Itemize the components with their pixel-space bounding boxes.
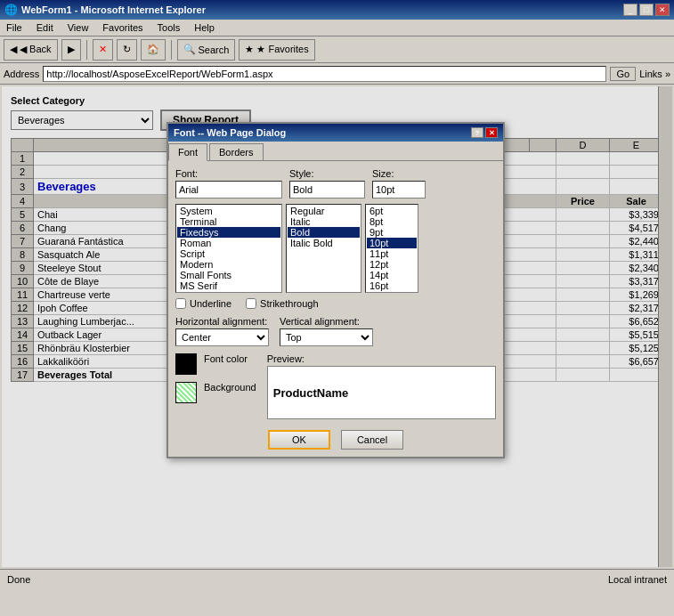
menu-bar: File Edit View Favorites Tools Help — [0, 20, 674, 36]
style-listbox[interactable]: Regular Italic Bold Italic Bold — [286, 204, 361, 293]
search-button[interactable]: 🔍 Search — [177, 39, 236, 61]
v-align-group: Vertical alignment: Top Middle Bottom — [280, 316, 373, 346]
home-button[interactable]: 🏠 — [141, 39, 166, 61]
font-dialog: Font -- Web Page Dialog ? ✕ Font Borders… — [166, 122, 505, 458]
color-column: Font color Background — [175, 353, 256, 426]
size-listbox[interactable]: 6pt 8pt 9pt 10pt 11pt 12pt 14pt 16pt 18p… — [365, 204, 418, 293]
tab-borders[interactable]: Borders — [209, 143, 264, 160]
status-bar: Done Local intranet — [0, 569, 674, 588]
menu-tools[interactable]: Tools — [155, 21, 183, 34]
title-bar-left: 🌐 WebForm1 - Microsoft Internet Explorer — [4, 4, 206, 16]
list-item[interactable]: Bold — [288, 227, 360, 238]
minimize-button[interactable]: _ — [623, 4, 637, 16]
home-icon: 🏠 — [147, 44, 159, 55]
size-input[interactable] — [372, 181, 426, 199]
dialog-title-controls: ? ✕ — [471, 127, 498, 138]
strikethrough-checkbox-label[interactable]: Strikethrough — [246, 298, 318, 309]
v-align-label: Vertical alignment: — [280, 316, 373, 327]
list-item[interactable]: 11pt — [367, 248, 417, 259]
font-input[interactable] — [175, 181, 282, 199]
font-color-swatch[interactable] — [175, 353, 197, 375]
list-item[interactable]: Modern — [177, 259, 280, 270]
window-title: WebForm1 - Microsoft Internet Explorer — [21, 4, 206, 15]
size-field-group: Size: — [372, 168, 426, 199]
tab-font[interactable]: Font — [168, 143, 207, 161]
strikethrough-checkbox[interactable] — [246, 298, 256, 309]
favorites-button[interactable]: ★ ★ Favorites — [239, 39, 314, 61]
list-item[interactable]: 10pt — [367, 238, 417, 248]
list-item[interactable]: 18pt — [367, 291, 417, 293]
dialog-close-button[interactable]: ✕ — [485, 127, 498, 138]
font-color-row: Font color — [175, 353, 256, 375]
strikethrough-label: Strikethrough — [260, 298, 318, 309]
dialog-title-text: Font -- Web Page Dialog — [174, 127, 286, 138]
preview-text: ProductName — [273, 386, 349, 400]
search-icon: 🔍 — [183, 44, 196, 55]
menu-edit[interactable]: Edit — [34, 21, 56, 34]
back-button[interactable]: ◀ ◀ Back — [4, 39, 58, 61]
underline-checkbox-label[interactable]: Underline — [175, 298, 231, 309]
list-item[interactable]: Terminal — [177, 216, 280, 227]
list-item[interactable]: WST_Czec — [177, 291, 280, 293]
preview-label: Preview: — [267, 353, 496, 364]
h-align-select[interactable]: Center Left Right — [175, 328, 269, 346]
menu-help[interactable]: Help — [191, 21, 217, 34]
checkbox-row: Underline Strikethrough — [175, 298, 496, 309]
toolbar-sep-1 — [86, 40, 87, 60]
h-align-label: Horizontal alignment: — [175, 316, 269, 327]
dialog-tabs: Font Borders — [168, 142, 503, 161]
menu-view[interactable]: View — [65, 21, 92, 34]
font-input-row: Font: Style: Size: — [175, 168, 496, 199]
preview-column: Preview: ProductName — [267, 353, 496, 426]
list-item[interactable]: 6pt — [367, 206, 417, 216]
background-color-swatch[interactable] — [175, 382, 197, 403]
go-button[interactable]: Go — [610, 67, 636, 81]
alignment-row: Horizontal alignment: Center Left Right … — [175, 316, 496, 346]
close-button[interactable]: ✕ — [655, 4, 670, 16]
stop-button[interactable]: ✕ — [93, 39, 113, 61]
cancel-button[interactable]: Cancel — [341, 430, 403, 450]
underline-checkbox[interactable] — [175, 298, 186, 309]
title-bar-controls[interactable]: _ □ ✕ — [623, 4, 670, 16]
address-label: Address — [4, 69, 39, 79]
list-item[interactable]: Script — [177, 248, 280, 259]
forward-button[interactable]: ▶ — [61, 39, 81, 61]
list-item[interactable]: Regular — [288, 206, 360, 216]
menu-favorites[interactable]: Favorites — [100, 21, 145, 34]
address-bar: Address Go Links » — [0, 63, 674, 85]
font-color-label: Font color — [204, 353, 248, 375]
ok-button[interactable]: OK — [268, 430, 330, 450]
list-item[interactable]: System — [177, 206, 280, 216]
dialog-body: Font: Style: Size: System Terminal Fixed… — [168, 161, 503, 457]
list-item[interactable]: Italic Bold — [288, 238, 360, 248]
list-item[interactable]: 12pt — [367, 259, 417, 270]
style-field-group: Style: — [289, 168, 365, 199]
list-item[interactable]: Roman — [177, 238, 280, 248]
background-label: Background — [204, 382, 256, 403]
font-label: Font: — [175, 168, 282, 179]
list-item[interactable]: Small Fonts — [177, 270, 280, 280]
list-item[interactable]: Fixedsys — [177, 227, 280, 238]
background-color-row: Background — [175, 382, 256, 403]
underline-label: Underline — [190, 298, 231, 309]
dialog-help-button[interactable]: ? — [471, 127, 483, 138]
menu-file[interactable]: File — [4, 21, 25, 34]
list-item[interactable]: 8pt — [367, 216, 417, 227]
maximize-button[interactable]: □ — [639, 4, 654, 16]
refresh-button[interactable]: ↻ — [117, 39, 137, 61]
back-icon: ◀ — [10, 44, 17, 55]
font-lists: System Terminal Fixedsys Roman Script Mo… — [175, 204, 496, 293]
v-align-select[interactable]: Top Middle Bottom — [280, 328, 373, 346]
list-item[interactable]: MS Serif — [177, 280, 280, 291]
style-input[interactable] — [289, 181, 365, 199]
forward-icon: ▶ — [68, 44, 75, 55]
list-item[interactable]: Italic — [288, 216, 360, 227]
list-item[interactable]: 16pt — [367, 280, 417, 291]
preview-box: ProductName — [267, 366, 496, 419]
list-item[interactable]: 9pt — [367, 227, 417, 238]
toolbar: ◀ ◀ Back ▶ ✕ ↻ 🏠 🔍 Search ★ ★ Favorites — [0, 36, 674, 63]
list-item[interactable]: 14pt — [367, 270, 417, 280]
font-listbox[interactable]: System Terminal Fixedsys Roman Script Mo… — [175, 204, 282, 293]
address-input[interactable] — [43, 66, 606, 82]
content-area: Select Category Beverages Show Report A … — [2, 86, 672, 567]
